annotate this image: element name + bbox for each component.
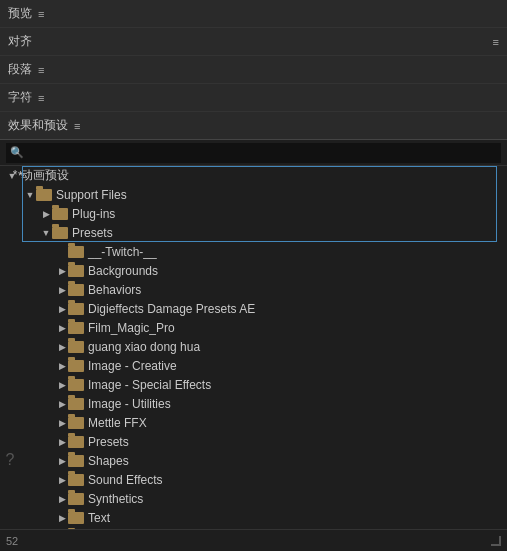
item-label-text: Text bbox=[88, 511, 110, 525]
folder-icon-behaviors bbox=[68, 284, 84, 296]
arrow-image-special: ▶ bbox=[56, 380, 68, 390]
tree-item-sound-effects[interactable]: ▶Sound Effects bbox=[0, 470, 507, 489]
paragraph-toolbar: 段落 ≡ bbox=[0, 56, 507, 84]
resize-handle[interactable] bbox=[491, 536, 501, 546]
arrow-guang-xiao: ▶ bbox=[56, 342, 68, 352]
paragraph-menu-icon[interactable]: ≡ bbox=[38, 64, 44, 76]
tree-item-image-special[interactable]: ▶Image - Special Effects bbox=[0, 375, 507, 394]
folder-icon-backgrounds bbox=[68, 265, 84, 277]
question-mark: ? bbox=[0, 451, 20, 469]
folder-icon-support-files bbox=[36, 189, 52, 201]
folder-icon-sound-effects bbox=[68, 474, 84, 486]
align-label: 对齐 bbox=[8, 33, 32, 50]
arrow-presets: ▼ bbox=[40, 228, 52, 238]
item-label-mettle: Mettle FFX bbox=[88, 416, 147, 430]
arrow-text: ▶ bbox=[56, 513, 68, 523]
tree-item-synthetics[interactable]: ▶Synthetics bbox=[0, 489, 507, 508]
tree-item-presets[interactable]: ▼Presets bbox=[0, 223, 507, 242]
item-label-guang-xiao: guang xiao dong hua bbox=[88, 340, 200, 354]
item-label-support-files: Support Files bbox=[56, 188, 127, 202]
arrow-presets2: ▶ bbox=[56, 437, 68, 447]
tree-item-plug-ins[interactable]: ▶Plug-ins bbox=[0, 204, 507, 223]
arrow-behaviors: ▶ bbox=[56, 285, 68, 295]
tree-item-twitch[interactable]: __-Twitch-__ bbox=[0, 242, 507, 261]
tree-item-backgrounds[interactable]: ▶Backgrounds bbox=[0, 261, 507, 280]
tree-item-image-creative[interactable]: ▶Image - Creative bbox=[0, 356, 507, 375]
item-label-presets: Presets bbox=[72, 226, 113, 240]
preview-menu-icon[interactable]: ≡ bbox=[38, 8, 44, 20]
item-label-synthetics: Synthetics bbox=[88, 492, 143, 506]
folder-icon-plug-ins bbox=[52, 208, 68, 220]
item-label-sound-effects: Sound Effects bbox=[88, 473, 163, 487]
arrow-backgrounds: ▶ bbox=[56, 266, 68, 276]
main-panel: 预览 ≡ 对齐 ≡ 段落 ≡ 字符 ≡ 效果和预设 ≡ 🔍 ▼ * * 动画预设 bbox=[0, 0, 507, 551]
tree-item-toonitv2[interactable]: ▶ToonItV2 Presets bbox=[0, 527, 507, 529]
tree-item-presets2[interactable]: ▶Presets bbox=[0, 432, 507, 451]
tree-item-mettle[interactable]: ▶Mettle FFX bbox=[0, 413, 507, 432]
item-label-image-special: Image - Special Effects bbox=[88, 378, 211, 392]
effects-toolbar: 效果和预设 ≡ bbox=[0, 112, 507, 140]
arrow-plug-ins: ▶ bbox=[40, 209, 52, 219]
folder-icon-shapes bbox=[68, 455, 84, 467]
folder-icon-digieffects bbox=[68, 303, 84, 315]
item-label-plug-ins: Plug-ins bbox=[72, 207, 115, 221]
arrow-image-utilities: ▶ bbox=[56, 399, 68, 409]
search-icon: 🔍 bbox=[10, 146, 24, 159]
tree-item-guang-xiao[interactable]: ▶guang xiao dong hua bbox=[0, 337, 507, 356]
arrow-film-magic: ▶ bbox=[56, 323, 68, 333]
item-label-film-magic: Film_Magic_Pro bbox=[88, 321, 175, 335]
tree-area[interactable]: ▼ * * 动画预设 ▼Support Files▶Plug-ins▼Prese… bbox=[0, 166, 507, 529]
char-toolbar: 字符 ≡ bbox=[0, 84, 507, 112]
folder-icon-guang-xiao bbox=[68, 341, 84, 353]
arrow-synthetics: ▶ bbox=[56, 494, 68, 504]
arrow-digieffects: ▶ bbox=[56, 304, 68, 314]
effects-label: 效果和预设 bbox=[8, 117, 68, 134]
folder-icon-synthetics bbox=[68, 493, 84, 505]
tree-root[interactable]: ▼ * * 动画预设 bbox=[0, 166, 507, 185]
align-toolbar: 对齐 ≡ bbox=[0, 28, 507, 56]
item-label-presets2: Presets bbox=[88, 435, 129, 449]
folder-icon-film-magic bbox=[68, 322, 84, 334]
arrow-mettle: ▶ bbox=[56, 418, 68, 428]
tree-item-digieffects[interactable]: ▶Digieffects Damage Presets AE bbox=[0, 299, 507, 318]
tree-item-support-files[interactable]: ▼Support Files bbox=[0, 185, 507, 204]
item-label-behaviors: Behaviors bbox=[88, 283, 141, 297]
folder-icon-presets bbox=[52, 227, 68, 239]
align-menu-icon[interactable]: ≡ bbox=[493, 36, 499, 48]
char-label: 字符 bbox=[8, 89, 32, 106]
folder-icon-mettle bbox=[68, 417, 84, 429]
preview-toolbar: 预览 ≡ bbox=[0, 0, 507, 28]
preview-label: 预览 bbox=[8, 5, 32, 22]
folder-icon-image-utilities bbox=[68, 398, 84, 410]
coord-text: 52 bbox=[6, 535, 18, 547]
search-row: 🔍 bbox=[0, 140, 507, 166]
tree-item-image-utilities[interactable]: ▶Image - Utilities bbox=[0, 394, 507, 413]
bottom-bar: 52 bbox=[0, 529, 507, 551]
tree-item-film-magic[interactable]: ▶Film_Magic_Pro bbox=[0, 318, 507, 337]
tree-item-shapes[interactable]: ▶Shapes bbox=[0, 451, 507, 470]
item-label-twitch: __-Twitch-__ bbox=[88, 245, 157, 259]
item-label-backgrounds: Backgrounds bbox=[88, 264, 158, 278]
tree-items-container: ▼Support Files▶Plug-ins▼Presets__-Twitch… bbox=[0, 185, 507, 529]
tree-item-behaviors[interactable]: ▶Behaviors bbox=[0, 280, 507, 299]
arrow-sound-effects: ▶ bbox=[56, 475, 68, 485]
arrow-shapes: ▶ bbox=[56, 456, 68, 466]
item-label-shapes: Shapes bbox=[88, 454, 129, 468]
arrow-image-creative: ▶ bbox=[56, 361, 68, 371]
item-label-image-creative: Image - Creative bbox=[88, 359, 177, 373]
paragraph-label: 段落 bbox=[8, 61, 32, 78]
effects-menu-icon[interactable]: ≡ bbox=[74, 120, 80, 132]
root-label: * 动画预设 bbox=[13, 167, 69, 184]
item-label-image-utilities: Image - Utilities bbox=[88, 397, 171, 411]
item-label-digieffects: Digieffects Damage Presets AE bbox=[88, 302, 255, 316]
arrow-support-files: ▼ bbox=[24, 190, 36, 200]
folder-icon-text bbox=[68, 512, 84, 524]
folder-icon-twitch bbox=[68, 246, 84, 258]
folder-icon-presets2 bbox=[68, 436, 84, 448]
tree-item-text[interactable]: ▶Text bbox=[0, 508, 507, 527]
search-input[interactable] bbox=[6, 143, 501, 163]
char-menu-icon[interactable]: ≡ bbox=[38, 92, 44, 104]
search-wrap: 🔍 bbox=[6, 143, 501, 163]
folder-icon-image-creative bbox=[68, 360, 84, 372]
folder-icon-image-special bbox=[68, 379, 84, 391]
